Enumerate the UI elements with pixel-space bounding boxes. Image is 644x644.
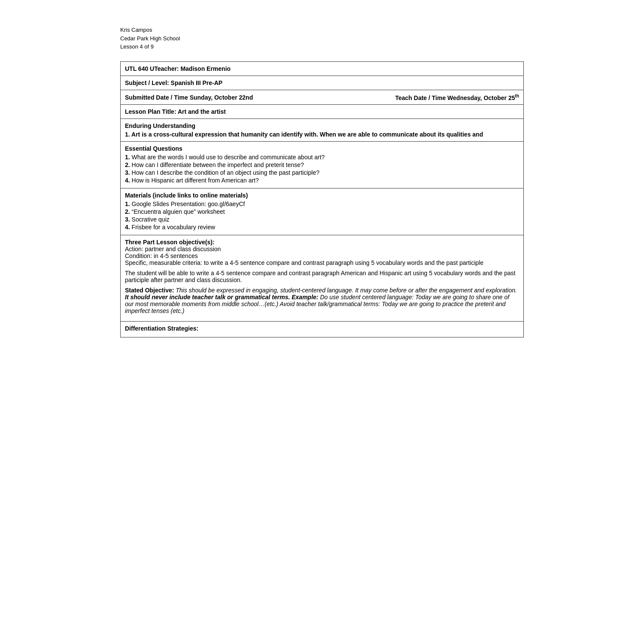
table-row: Enduring Understanding 1. Art is a cross… <box>121 119 524 142</box>
list-item: 1. Google Slides Presentation: goo.gl/6a… <box>125 200 519 207</box>
author-name: Kris Campos <box>120 26 524 34</box>
materials-cell: Materials (include links to online mater… <box>121 188 524 235</box>
enduring-cell: Enduring Understanding 1. Art is a cross… <box>121 119 524 142</box>
table-row: Differentiation Strategies: <box>121 322 524 337</box>
list-item: 4. Frisbee for a vocabulary review <box>125 224 519 231</box>
enduring-title: Enduring Understanding <box>125 122 519 129</box>
teach-date: Teach Date / Time Wednesday, October 25t… <box>395 94 519 101</box>
list-item: 2. “Encuentra alguien que” worksheet <box>125 208 519 215</box>
table-row: Submitted Date / Time Sunday, October 22… <box>121 90 524 105</box>
table-row: Subject / Level: Spanish III Pre-AP <box>121 76 524 90</box>
subject-text: Subject / Level: Spanish III Pre-AP <box>125 79 222 86</box>
materials-title: Materials (include links to online mater… <box>125 192 519 199</box>
list-item: 4. How is Hispanic art different from Am… <box>125 177 519 184</box>
dates-container: Submitted Date / Time Sunday, October 22… <box>125 94 519 101</box>
objective-title: Three Part Lesson objective(s): Action: … <box>125 239 519 266</box>
stated-objective: Stated Objective: This should be express… <box>125 287 519 314</box>
uleacher-text: UTL 640 UTeacher: Madison Ermenio <box>125 65 231 72</box>
uleacher-cell: UTL 640 UTeacher: Madison Ermenio <box>121 61 524 76</box>
school-name: Cedar Park High School <box>120 34 524 43</box>
lesson-number: Lesson 4 of 9 <box>120 43 524 51</box>
objective-paragraph: The student will be able to write a 4-5 … <box>125 270 519 283</box>
objective-content: Three Part Lesson objective(s): Action: … <box>125 239 519 314</box>
header-section: Kris Campos Cedar Park High School Lesso… <box>120 26 524 51</box>
subject-cell: Subject / Level: Spanish III Pre-AP <box>121 76 524 90</box>
essential-title: Essential Questions <box>125 145 519 152</box>
objective-cell: Three Part Lesson objective(s): Action: … <box>121 235 524 322</box>
differentiation-title: Differentiation Strategies: <box>125 325 519 332</box>
list-item: 3. How can I describe the condition of a… <box>125 169 519 176</box>
essential-cell: Essential Questions 1. What are the word… <box>121 142 524 188</box>
table-row: UTL 640 UTeacher: Madison Ermenio <box>121 61 524 76</box>
differentiation-cell: Differentiation Strategies: <box>121 322 524 337</box>
table-row: Lesson Plan Title: Art and the artist <box>121 105 524 119</box>
lesson-title-cell: Lesson Plan Title: Art and the artist <box>121 105 524 119</box>
list-item: 2. How can I differentiate between the i… <box>125 161 519 168</box>
list-item: 1. What are the words I would use to des… <box>125 154 519 161</box>
table-row: Materials (include links to online mater… <box>121 188 524 235</box>
table-row: Three Part Lesson objective(s): Action: … <box>121 235 524 322</box>
table-row: Essential Questions 1. What are the word… <box>121 142 524 188</box>
submitted-date: Submitted Date / Time Sunday, October 22… <box>125 94 253 101</box>
lesson-title-text: Lesson Plan Title: Art and the artist <box>125 108 226 115</box>
lesson-table: UTL 640 UTeacher: Madison Ermenio Subjec… <box>120 61 524 338</box>
enduring-content: 1. Art is a cross-cultural expression th… <box>125 131 519 138</box>
list-item: 3. Socrative quiz <box>125 216 519 223</box>
dates-cell: Submitted Date / Time Sunday, October 22… <box>121 90 524 105</box>
